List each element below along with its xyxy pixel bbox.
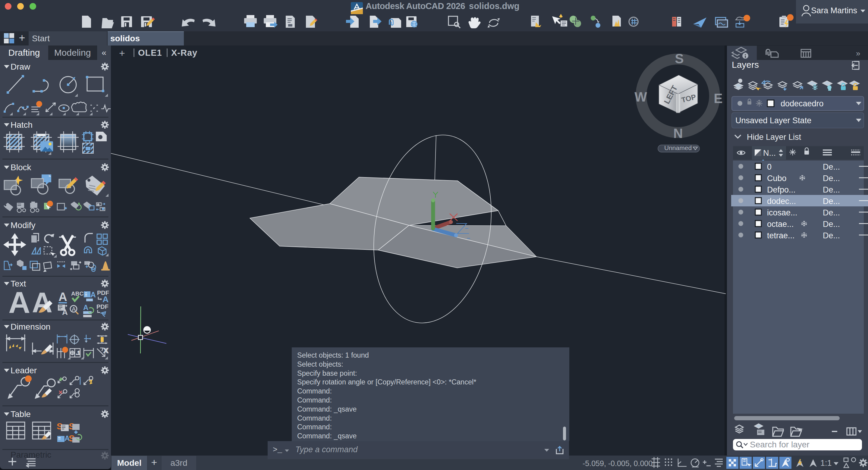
svg-text:De...: De...: [823, 174, 840, 183]
svg-text:De...: De...: [823, 220, 840, 229]
svg-text:S: S: [675, 51, 684, 66]
svg-text:Cubo: Cubo: [767, 174, 786, 183]
svg-text:De...: De...: [823, 185, 840, 194]
svg-text:dodec...: dodec...: [767, 197, 796, 206]
svg-text:De...: De...: [823, 197, 840, 206]
svg-text:tetrae...: tetrae...: [767, 231, 795, 240]
svg-text:De...: De...: [823, 231, 840, 240]
svg-text:A: A: [72, 306, 76, 312]
svg-text:A: A: [8, 286, 30, 319]
svg-text:0: 0: [767, 162, 772, 171]
svg-text:W: W: [634, 90, 647, 104]
svg-text:De...: De...: [823, 162, 840, 171]
svg-text:A: A: [90, 290, 96, 299]
svg-text:A: A: [59, 290, 67, 303]
svg-text:octae...: octae...: [767, 220, 794, 229]
svg-text:E: E: [714, 91, 722, 106]
svg-text:De...: De...: [823, 208, 840, 217]
svg-text:X: X: [104, 347, 108, 354]
svg-text:Defpo...: Defpo...: [767, 185, 796, 194]
svg-text:Unnamed: Unnamed: [664, 144, 692, 151]
svg-text:1:1: 1:1: [820, 459, 832, 468]
svg-text:A: A: [83, 303, 88, 312]
svg-text:.1: .1: [76, 350, 80, 356]
svg-text:ABC: ABC: [71, 290, 84, 297]
svg-text:A: A: [102, 295, 108, 304]
svg-text:Search for layer: Search for layer: [750, 440, 809, 449]
svg-text:N: N: [673, 126, 683, 141]
svg-text:icosae...: icosae...: [767, 208, 798, 217]
svg-text:A: A: [62, 308, 68, 317]
svg-text:PDF: PDF: [96, 303, 108, 310]
